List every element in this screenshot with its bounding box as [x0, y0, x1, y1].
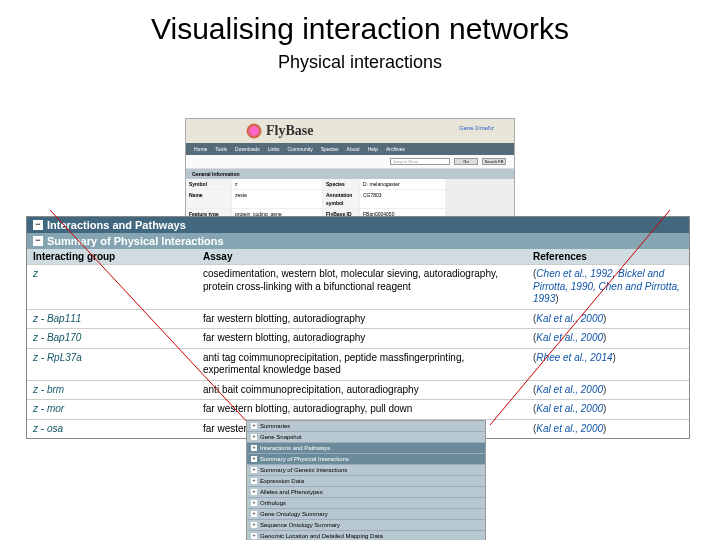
table-header: Interacting group Assay References: [27, 249, 689, 264]
mini-section-label: Orthologs: [260, 499, 286, 507]
cell-references[interactable]: (Kal et al., 2000): [527, 420, 689, 439]
cell-references[interactable]: (Chen et al., 1992, Bickel and Pirrotta,…: [527, 265, 689, 309]
expand-icon[interactable]: +: [251, 500, 257, 506]
table-row: z - morfar western blotting, autoradiogr…: [27, 399, 689, 419]
info-value: z: [232, 179, 322, 189]
collapse-icon[interactable]: −: [33, 236, 43, 246]
jump-button[interactable]: Go: [454, 158, 478, 165]
mini-section-row[interactable]: +Orthologs: [247, 498, 485, 509]
expand-icon[interactable]: +: [251, 445, 257, 451]
mini-section-row[interactable]: +Sequence Ontology Summary: [247, 520, 485, 531]
mini-section-row[interactable]: +Gene Snapshot: [247, 432, 485, 443]
slide-title: Visualising interaction networks: [0, 12, 720, 46]
mini-section-label: Interactions and Pathways: [260, 444, 330, 452]
mini-section-label: Expression Data: [260, 477, 304, 485]
cell-assay: cosedimentation, western blot, molecular…: [197, 265, 527, 309]
flybase-header: FlyBase Gene Dmel\z: [186, 119, 514, 143]
mini-section-row[interactable]: +Genomic Location and Detailed Mapping D…: [247, 531, 485, 540]
cell-group[interactable]: z - Bap170: [27, 329, 197, 348]
cell-assay: far western blotting, autoradiography: [197, 329, 527, 348]
expand-icon[interactable]: +: [251, 467, 257, 473]
collapse-icon[interactable]: −: [33, 220, 43, 230]
info-label: Name: [186, 190, 231, 208]
cell-references[interactable]: (Kal et al., 2000): [527, 310, 689, 329]
table-row: z - Bap170far western blotting, autoradi…: [27, 328, 689, 348]
table-row: z - brmanti bait coimmunoprecipitation, …: [27, 380, 689, 400]
slide-subtitle: Physical interactions: [0, 52, 720, 73]
search-button[interactable]: Search FB: [482, 158, 506, 165]
cell-group[interactable]: z - osa: [27, 420, 197, 439]
nav-item[interactable]: Links: [268, 146, 280, 152]
general-info-header: General Information: [186, 169, 514, 179]
mini-section-row[interactable]: +Expression Data: [247, 476, 485, 487]
nav-item[interactable]: About: [347, 146, 360, 152]
section-physical-interactions[interactable]: − Summary of Physical Interactions: [27, 233, 689, 249]
mini-section-row[interactable]: +Interactions and Pathways: [247, 443, 485, 454]
flybase-nav: Home Tools Downloads Links Community Spe…: [186, 143, 514, 155]
mini-section-label: Genomic Location and Detailed Mapping Da…: [260, 532, 383, 540]
col-interacting-group: Interacting group: [27, 249, 197, 264]
section-label: Interactions and Pathways: [47, 219, 186, 231]
mini-section-label: Summary of Genetic Interactions: [260, 466, 347, 474]
cell-assay: far western blotting, autoradiography, p…: [197, 400, 527, 419]
info-value: D. melanogaster: [360, 179, 445, 189]
flybase-logo-text: FlyBase: [266, 123, 313, 139]
mini-section-row[interactable]: +Summaries: [247, 421, 485, 432]
cell-assay: anti bait coimmunoprecipitation, autorad…: [197, 381, 527, 400]
cell-references[interactable]: (Kal et al., 2000): [527, 329, 689, 348]
expand-icon[interactable]: +: [251, 533, 257, 539]
expand-icon[interactable]: +: [251, 434, 257, 440]
cell-assay: anti tag coimmunoprecipitation, peptide …: [197, 349, 527, 380]
expand-icon[interactable]: +: [251, 456, 257, 462]
cell-references[interactable]: (Rhee et al., 2014): [527, 349, 689, 380]
cell-references[interactable]: (Kal et al., 2000): [527, 381, 689, 400]
interactions-enlarged: − Interactions and Pathways − Summary of…: [26, 216, 690, 439]
section-label: Summary of Physical Interactions: [47, 235, 224, 247]
expand-icon[interactable]: +: [251, 423, 257, 429]
nav-item[interactable]: Downloads: [235, 146, 260, 152]
nav-item[interactable]: Tools: [215, 146, 227, 152]
nav-item[interactable]: Home: [194, 146, 207, 152]
col-references: References: [527, 249, 689, 264]
info-label: Annotation symbol: [323, 190, 359, 208]
mini-section-label: Gene Ontology Summary: [260, 510, 328, 518]
cell-group[interactable]: z - RpL37a: [27, 349, 197, 380]
info-label: Symbol: [186, 179, 231, 189]
nav-item[interactable]: Help: [368, 146, 378, 152]
mini-section-label: Summary of Physical Interactions: [260, 455, 349, 463]
table-row: z - RpL37aanti tag coimmunoprecipitation…: [27, 348, 689, 380]
cell-assay: far western blotting, autoradiography: [197, 310, 527, 329]
flybase-screenshot: FlyBase Gene Dmel\z Home Tools Downloads…: [185, 118, 515, 230]
table-row: zcosedimentation, western blot, molecula…: [27, 264, 689, 309]
cell-references[interactable]: (Kal et al., 2000): [527, 400, 689, 419]
mini-section-label: Alleles and Phenotypes: [260, 488, 323, 496]
table-row: z - Bap111far western blotting, autoradi…: [27, 309, 689, 329]
mini-section-row[interactable]: +Gene Ontology Summary: [247, 509, 485, 520]
gene-breadcrumb: Gene Dmel\z: [459, 125, 494, 131]
mini-sections-list: +Summaries+Gene Snapshot+Interactions an…: [246, 420, 486, 540]
mini-section-row[interactable]: +Alleles and Phenotypes: [247, 487, 485, 498]
nav-item[interactable]: Archives: [386, 146, 405, 152]
mini-section-row[interactable]: +Summary of Physical Interactions: [247, 454, 485, 465]
section-interactions-pathways[interactable]: − Interactions and Pathways: [27, 217, 689, 233]
mini-section-label: Gene Snapshot: [260, 433, 302, 441]
flybase-search-bar: Jump to Gene Go Search FB: [186, 155, 514, 169]
expand-icon[interactable]: +: [251, 522, 257, 528]
cell-group[interactable]: z - brm: [27, 381, 197, 400]
mini-section-label: Sequence Ontology Summary: [260, 521, 340, 529]
expand-icon[interactable]: +: [251, 478, 257, 484]
flybase-logo-icon: [246, 123, 262, 139]
jump-input[interactable]: Jump to Gene: [390, 158, 450, 165]
cell-group[interactable]: z - mor: [27, 400, 197, 419]
mini-section-row[interactable]: +Summary of Genetic Interactions: [247, 465, 485, 476]
col-assay: Assay: [197, 249, 527, 264]
info-label: Species: [323, 179, 359, 189]
nav-item[interactable]: Community: [287, 146, 312, 152]
expand-icon[interactable]: +: [251, 511, 257, 517]
info-value: CG7803: [360, 190, 445, 208]
nav-item[interactable]: Species: [321, 146, 339, 152]
cell-group[interactable]: z: [27, 265, 197, 309]
expand-icon[interactable]: +: [251, 489, 257, 495]
mini-section-label: Summaries: [260, 422, 290, 430]
cell-group[interactable]: z - Bap111: [27, 310, 197, 329]
